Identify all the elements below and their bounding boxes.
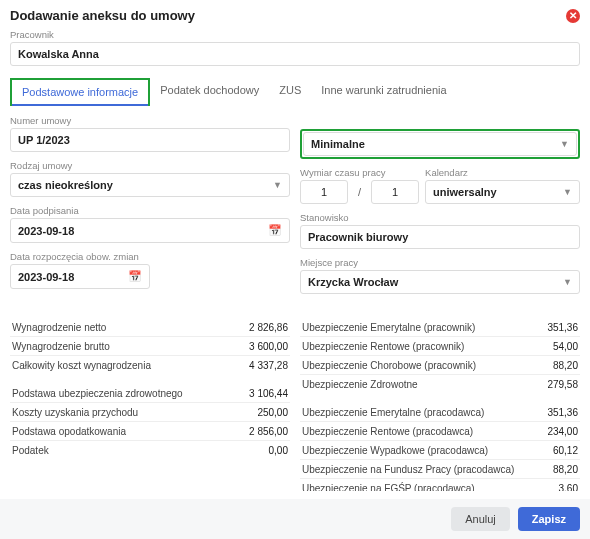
row-label: Ubezpieczenie Emerytalne (pracodawca) — [302, 407, 484, 418]
row-value: 3,60 — [559, 483, 578, 492]
kalendarz-label: Kalendarz — [425, 167, 580, 178]
row-value: 88,20 — [553, 464, 578, 475]
table-row: Ubezpieczenie Wypadkowe (pracodawca)60,1… — [300, 441, 580, 460]
row-value: 4 337,28 — [249, 360, 288, 371]
wynagrodzenie-table: Wynagrodzenie netto2 826,86Wynagrodzenie… — [10, 318, 290, 374]
tab-other[interactable]: Inne warunki zatrudnienia — [311, 78, 456, 106]
row-label: Ubezpieczenie Rentowe (pracownik) — [302, 341, 464, 352]
kalendarz-select[interactable]: uniwersalny — [425, 180, 580, 204]
row-value: 234,00 — [547, 426, 578, 437]
row-label: Ubezpieczenie na FGŚP (pracodawca) — [302, 483, 475, 492]
row-value: 3 600,00 — [249, 341, 288, 352]
row-value: 351,36 — [547, 322, 578, 333]
row-label: Wynagrodzenie brutto — [12, 341, 110, 352]
data-podpisania-label: Data podpisania — [10, 205, 290, 216]
table-row: Ubezpieczenie na Fundusz Pracy (pracodaw… — [300, 460, 580, 479]
tab-tax[interactable]: Podatek dochodowy — [150, 78, 269, 106]
table-row: Wynagrodzenie netto2 826,86 — [10, 318, 290, 337]
row-value: 351,36 — [547, 407, 578, 418]
rodzaj-umowy-label: Rodzaj umowy — [10, 160, 290, 171]
wymiar-separator: / — [356, 186, 363, 204]
table-row: Całkowity koszt wynagrodzenia4 337,28 — [10, 356, 290, 374]
stanowisko-label: Stanowisko — [300, 212, 580, 223]
row-label: Podstawa ubezpieczenia zdrowotnego — [12, 388, 183, 399]
data-rozpoczecia-label: Data rozpoczęcia obow. zmian — [10, 251, 150, 262]
table-row: Ubezpieczenie Rentowe (pracownik)54,00 — [300, 337, 580, 356]
row-label: Koszty uzyskania przychodu — [12, 407, 138, 418]
ubezpieczenie-pracodawca-table: Ubezpieczenie Emerytalne (pracodawca)351… — [300, 403, 580, 491]
numer-umowy-label: Numer umowy — [10, 115, 290, 126]
row-value: 2 856,00 — [249, 426, 288, 437]
row-value: 3 106,44 — [249, 388, 288, 399]
miejsce-label: Miejsce pracy — [300, 257, 580, 268]
calendar-icon: 📅 — [268, 224, 282, 237]
data-rozpoczecia-value: 2023-09-18 — [18, 271, 74, 283]
employee-field[interactable]: Kowalska Anna — [10, 42, 580, 66]
numer-umowy-field[interactable]: UP 1/2023 — [10, 128, 290, 152]
row-label: Całkowity koszt wynagrodzenia — [12, 360, 151, 371]
row-label: Ubezpieczenie Zdrowotne — [302, 379, 418, 390]
ubezpieczenie-pracownik-table: Ubezpieczenie Emerytalne (pracownik)351,… — [300, 318, 580, 393]
row-value: 0,00 — [269, 445, 288, 456]
row-label: Podstawa opodatkowania — [12, 426, 126, 437]
row-value: 54,00 — [553, 341, 578, 352]
rodzaj-umowy-select[interactable]: czas nieokreślony — [10, 173, 290, 197]
row-value: 279,58 — [547, 379, 578, 390]
data-podpisania-field[interactable]: 2023-09-18 📅 — [10, 218, 290, 243]
close-icon[interactable]: ✕ — [566, 9, 580, 23]
cancel-button[interactable]: Anuluj — [451, 507, 510, 531]
row-label: Ubezpieczenie Chorobowe (pracownik) — [302, 360, 476, 371]
table-row: Ubezpieczenie Emerytalne (pracownik)351,… — [300, 318, 580, 337]
row-value: 250,00 — [257, 407, 288, 418]
row-label: Ubezpieczenie na Fundusz Pracy (pracodaw… — [302, 464, 514, 475]
employee-label: Pracownik — [10, 29, 580, 40]
miejsce-select[interactable]: Krzycka Wrocław — [300, 270, 580, 294]
row-value: 60,12 — [553, 445, 578, 456]
wymiar-a-field[interactable]: 1 — [300, 180, 348, 204]
row-value: 88,20 — [553, 360, 578, 371]
table-row: Ubezpieczenie Rentowe (pracodawca)234,00 — [300, 422, 580, 441]
modal-title: Dodawanie aneksu do umowy — [10, 8, 195, 23]
table-row: Ubezpieczenie Chorobowe (pracownik)88,20 — [300, 356, 580, 375]
wymiar-b-field[interactable]: 1 — [371, 180, 419, 204]
row-label: Ubezpieczenie Rentowe (pracodawca) — [302, 426, 473, 437]
tab-zus[interactable]: ZUS — [269, 78, 311, 106]
tabs: Podstawowe informacje Podatek dochodowy … — [10, 78, 580, 107]
table-row: Ubezpieczenie na FGŚP (pracodawca)3,60 — [300, 479, 580, 491]
row-label: Podatek — [12, 445, 49, 456]
tab-basic[interactable]: Podstawowe informacje — [10, 78, 150, 106]
minimalne-select[interactable]: Minimalne — [303, 132, 577, 156]
footer: Anuluj Zapisz — [0, 499, 590, 539]
table-row: Wynagrodzenie brutto3 600,00 — [10, 337, 290, 356]
podstawa-table: Podstawa ubezpieczenia zdrowotnego3 106,… — [10, 384, 290, 459]
table-row: Koszty uzyskania przychodu250,00 — [10, 403, 290, 422]
table-row: Podstawa opodatkowania2 856,00 — [10, 422, 290, 441]
row-label: Ubezpieczenie Emerytalne (pracownik) — [302, 322, 475, 333]
table-row: Ubezpieczenie Emerytalne (pracodawca)351… — [300, 403, 580, 422]
row-label: Wynagrodzenie netto — [12, 322, 106, 333]
save-button[interactable]: Zapisz — [518, 507, 580, 531]
table-row: Podatek0,00 — [10, 441, 290, 459]
table-row: Ubezpieczenie Zdrowotne279,58 — [300, 375, 580, 393]
row-value: 2 826,86 — [249, 322, 288, 333]
stanowisko-field[interactable]: Pracownik biurowy — [300, 225, 580, 249]
data-rozpoczecia-field[interactable]: 2023-09-18 📅 — [10, 264, 150, 289]
calendar-icon: 📅 — [128, 270, 142, 283]
data-podpisania-value: 2023-09-18 — [18, 225, 74, 237]
table-row: Podstawa ubezpieczenia zdrowotnego3 106,… — [10, 384, 290, 403]
row-label: Ubezpieczenie Wypadkowe (pracodawca) — [302, 445, 488, 456]
wymiar-label: Wymiar czasu pracy — [300, 167, 419, 178]
